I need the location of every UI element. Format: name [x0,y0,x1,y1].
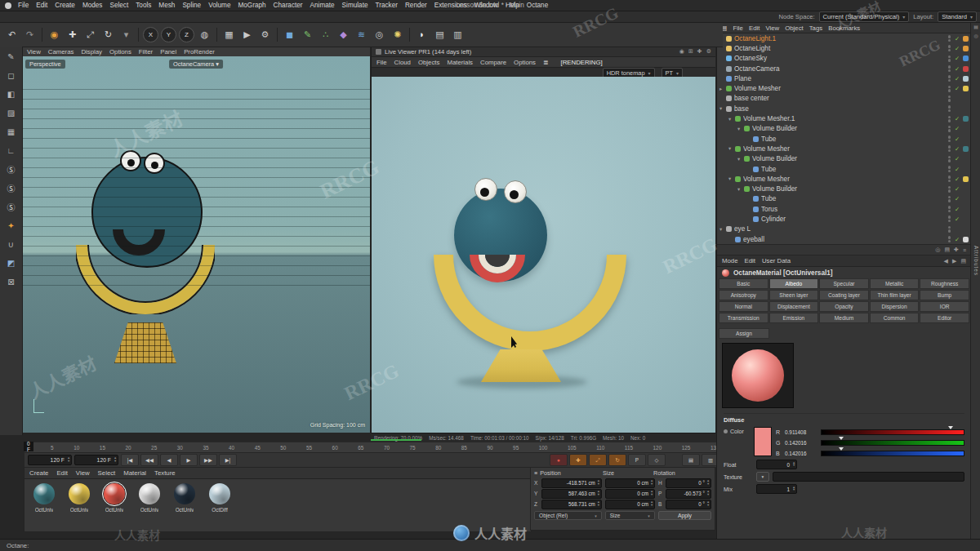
next-frame-button[interactable]: ▶▶ [199,454,217,466]
x-axis-lock-icon[interactable]: X [143,27,158,42]
hamburger-icon[interactable]: ≡ [534,469,537,477]
object-row[interactable]: Plane ✓ [717,73,971,83]
visibility-dots[interactable] [948,136,951,142]
om-filter-icon[interactable]: ≡ [963,247,966,253]
separator[interactable] [216,28,217,42]
visibility-dots[interactable] [948,196,951,202]
material-channel-tab[interactable]: Transmission [719,313,768,323]
mirror-icon[interactable]: ◩ [3,256,19,271]
material-tag-icon[interactable] [963,167,969,172]
lv-region-icon[interactable]: ⊞ [688,48,693,55]
playhead[interactable]: 0 F [24,442,33,451]
z-axis-lock-icon[interactable]: Z [179,27,194,42]
enabled-check-icon[interactable]: ✓ [953,55,961,62]
redo-icon[interactable]: ↷ [21,26,38,43]
object-manager-menu-item[interactable]: Bookmarks [828,24,860,32]
material-channel-tab[interactable]: Basic [719,278,768,289]
material-tag-icon[interactable] [963,96,969,101]
edges-mode-icon[interactable]: Ⓢ [3,180,19,196]
polygons-mode-icon[interactable]: Ⓢ [3,199,19,215]
render-view-icon[interactable]: ▦ [220,26,238,43]
object-manager-menu-item[interactable]: Object [785,24,804,32]
object-row[interactable]: ▾ Volume Mesher ✓ [717,174,971,184]
key-scale-button[interactable]: ⤢ [589,454,607,466]
material-menu-item[interactable]: Edit [56,469,67,477]
material-tag-icon[interactable] [963,186,969,192]
material-channel-tab[interactable]: Bump [920,290,969,300]
coordinate-system-icon[interactable]: ◍ [196,26,213,43]
material-tag-icon[interactable] [963,237,969,242]
menu-item[interactable]: MoGraph [238,2,265,9]
viewport-menu-item[interactable]: View [27,48,41,56]
material-channel-tab[interactable]: Dispersion [870,301,920,312]
menu-item[interactable]: File [18,2,29,9]
viewport-canvas[interactable]: Perspective OctaneCamera ▾ Grid Spacing:… [22,56,370,433]
menu-item[interactable]: Modes [82,2,103,9]
visibility-dots[interactable] [948,96,951,102]
enabled-check-icon[interactable]: ✓ [953,136,961,143]
prev-frame-button[interactable]: ◀ [160,454,178,466]
object-manager-menu-item[interactable]: Tags [809,24,822,32]
channel-slider[interactable] [821,451,964,456]
enabled-check-icon[interactable]: ✓ [953,166,961,173]
visibility-dots[interactable] [948,226,951,233]
stepper-icon[interactable]: ▲▼ [706,479,710,487]
visibility-dots[interactable] [948,35,951,42]
enabled-check-icon[interactable]: ✓ [953,75,961,82]
apply-button[interactable]: Apply [658,511,711,520]
visibility-dots[interactable] [948,206,951,212]
material-tag-icon[interactable] [963,36,969,42]
menu-item[interactable]: Edit [36,2,47,9]
channel-value[interactable]: 0.142016 [785,451,817,456]
stepper-icon[interactable]: ▲▼ [114,455,117,464]
material-menu-item[interactable]: View [76,469,90,477]
material-tag-icon[interactable] [963,216,969,222]
object-name[interactable]: OctaneLight.1 [734,35,946,42]
play-button[interactable]: ▶ [180,454,198,466]
material-swatch[interactable]: OctUniv [135,483,164,513]
material-preview[interactable] [722,343,794,408]
size-input[interactable]: 0 cm▲▼ [605,478,655,488]
material-swatch[interactable]: OctDiff [205,483,234,513]
material-tag-icon[interactable] [963,146,969,152]
live-viewer-menu-item[interactable]: Objects [418,59,439,66]
rotate-tool-icon[interactable]: ↻ [100,26,117,43]
material-tag-icon[interactable] [963,126,969,131]
rotation-input[interactable]: 0 °▲▼ [666,478,711,488]
object-row[interactable]: OctaneLight ✓ [717,43,971,53]
material-channel-tab[interactable]: Editor [920,313,969,323]
texture-field[interactable] [773,472,964,482]
primitive-cube-icon[interactable]: ◼ [281,26,298,43]
object-manager-menu-item[interactable]: View [765,24,779,32]
lv-settings-icon[interactable]: ⚙ [706,48,711,55]
material-channel-tab[interactable]: Medium [819,313,869,323]
object-row[interactable]: Cylinder ✓ [717,214,971,224]
expand-arrow-icon[interactable]: ▾ [737,156,744,162]
material-tag-icon[interactable] [963,86,969,91]
material-tag-icon[interactable] [963,66,969,72]
om-add-icon[interactable]: ✚ [954,247,959,253]
last-tool-dropdown-icon[interactable]: ▾ [118,26,135,43]
visibility-dots[interactable] [948,116,951,122]
object-name[interactable]: Tube [761,166,946,173]
visibility-dots[interactable] [948,75,951,82]
float-input[interactable]: 0▲▼ [756,460,797,469]
menu-item[interactable]: Tracker [375,2,397,9]
prev-key-button[interactable]: ◀◀ [140,454,158,466]
object-name[interactable]: Volume Builder [752,125,946,132]
enabled-check-icon[interactable]: ✓ [953,35,961,42]
color-swatch[interactable] [754,427,772,456]
enabled-check-icon[interactable]: ✓ [953,206,961,213]
material-channel-tab[interactable]: Coating layer [819,290,869,300]
material-channel-tab[interactable]: Metallic [870,278,920,289]
environment-icon[interactable]: ≋ [353,26,370,43]
lock-workplane-icon[interactable]: ⊠ [3,274,19,290]
spline-pen-icon[interactable]: ✎ [299,26,316,43]
stepper-icon[interactable]: ▲▼ [706,500,710,509]
interface-left-icon[interactable]: ▤ [431,26,448,43]
hamburger-icon[interactable]: ≣ [543,59,549,66]
material-channel-tab[interactable]: Sheen layer [769,290,819,300]
channel-slider[interactable] [821,440,964,446]
material-tag-icon[interactable] [963,207,969,212]
menu-item[interactable]: Octane [527,2,548,9]
